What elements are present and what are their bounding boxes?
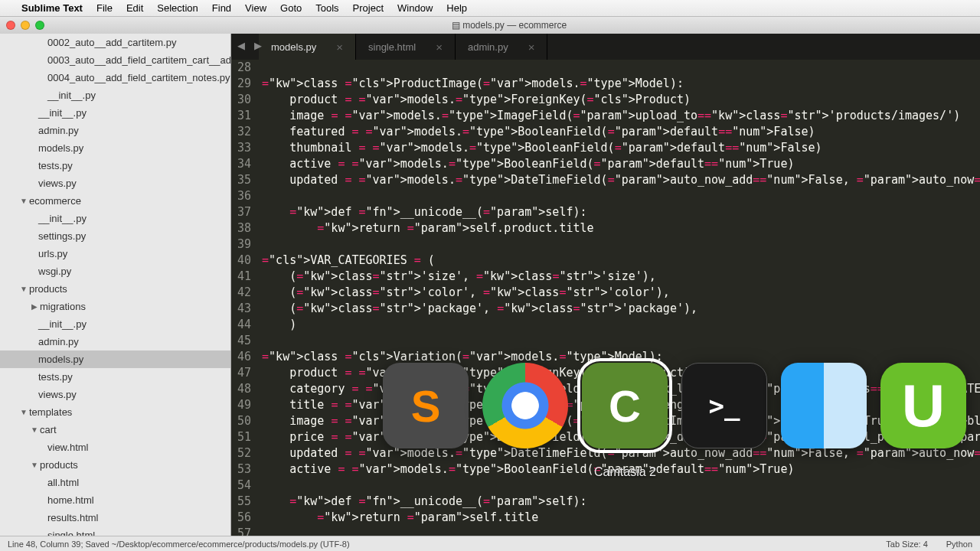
disclosure-arrow-icon[interactable]: ▼ [31, 422, 38, 437]
editor-tab[interactable]: admin.py× [456, 34, 548, 60]
file-tree-item[interactable]: tests.py [0, 157, 230, 174]
file-tree-label: 0002_auto__add_cartitem.py [47, 35, 176, 50]
switcher-app-udemy[interactable]: U [880, 363, 966, 448]
file-tree-item[interactable]: view.html [0, 439, 230, 456]
tab-nav-arrows[interactable]: ◀ ▶ [237, 40, 265, 51]
switcher-app-chrome[interactable] [482, 363, 568, 448]
menu-selection[interactable]: Selection [157, 2, 198, 14]
file-tree-item[interactable]: results.html [0, 509, 230, 527]
minimize-window-button[interactable] [21, 21, 30, 30]
file-tree-item[interactable]: models.py [0, 139, 230, 157]
file-tree-item[interactable]: ▼products [0, 280, 230, 298]
menu-tools[interactable]: Tools [315, 2, 338, 14]
file-tree-label: ecommerce [29, 194, 81, 208]
disclosure-arrow-icon[interactable]: ▶ [31, 299, 38, 314]
disclosure-arrow-icon[interactable]: ▼ [20, 194, 28, 208]
file-tree-label: views.py [38, 387, 77, 402]
code-lines[interactable]: ="kw">class ="cls">ProductImage(="var">m… [262, 60, 980, 536]
tab-label: models.py [271, 41, 316, 53]
close-tab-icon[interactable]: × [336, 41, 343, 54]
file-tree-label: __init__.py [38, 106, 87, 120]
window-title: ▤ models.py — ecommerce [44, 20, 974, 31]
menu-edit[interactable]: Edit [126, 2, 143, 14]
file-tree-item[interactable]: __init__.py [0, 210, 230, 227]
disclosure-arrow-icon[interactable]: ▼ [31, 458, 38, 472]
menu-help[interactable]: Help [446, 2, 467, 14]
file-tree-item[interactable]: ▼products [0, 456, 230, 474]
menu-project[interactable]: Project [353, 2, 384, 14]
file-tree-item[interactable]: __init__.py [0, 104, 230, 122]
file-tree-item[interactable]: admin.py [0, 122, 230, 139]
document-icon: ▤ [452, 20, 462, 31]
file-tree-label: models.py [38, 141, 83, 155]
file-tree-item[interactable]: single.html [0, 527, 230, 536]
file-tree-label: home.html [47, 493, 94, 507]
close-tab-icon[interactable]: × [528, 41, 535, 54]
file-tree-item[interactable]: all.html [0, 474, 230, 491]
menu-goto[interactable]: Goto [280, 2, 302, 14]
disclosure-arrow-icon[interactable]: ▼ [20, 282, 28, 296]
file-tree-label: tests.py [38, 158, 73, 173]
menu-view[interactable]: View [245, 2, 266, 14]
file-tree-item[interactable]: admin.py [0, 333, 230, 350]
file-tree-item[interactable]: models.py [0, 350, 230, 368]
file-tree-item[interactable]: urls.py [0, 245, 230, 262]
file-tree-label: models.py [38, 352, 83, 367]
file-tree-item[interactable]: __init__.py [0, 315, 230, 333]
file-tree-label: admin.py [38, 334, 79, 349]
file-tree-label: views.py [38, 176, 77, 191]
file-tree-label: __init__.py [38, 317, 87, 331]
file-tree-item[interactable]: ▼cart [0, 421, 230, 439]
status-language[interactable]: Python [946, 540, 972, 549]
editor-window: ▤ models.py — ecommerce 0002_auto__add_c… [0, 17, 980, 551]
status-message: Line 48, Column 39; Saved ~/Desktop/ecom… [8, 540, 867, 549]
close-tab-icon[interactable]: × [436, 41, 443, 54]
file-tree-label: products [40, 458, 78, 472]
file-tree-item[interactable]: ▼templates [0, 403, 230, 421]
disclosure-arrow-icon[interactable]: ▼ [20, 405, 28, 419]
file-tree-label: products [29, 282, 67, 296]
file-tree-label: admin.py [38, 123, 79, 138]
file-tree-item[interactable]: home.html [0, 491, 230, 509]
status-bar: Line 48, Column 39; Saved ~/Desktop/ecom… [0, 536, 980, 551]
zoom-window-button[interactable] [35, 21, 44, 30]
switcher-app-camtasia[interactable]: C [582, 363, 668, 448]
editor-tab[interactable]: models.py× [259, 34, 356, 60]
editor-tab[interactable]: single.html× [356, 34, 456, 60]
status-tab-size[interactable]: Tab Size: 4 [886, 540, 927, 549]
file-tree-item[interactable]: ▶migrations [0, 298, 230, 315]
switcher-app-terminal[interactable]: >_ [681, 363, 767, 448]
switcher-app-finder[interactable] [781, 363, 867, 448]
app-name[interactable]: Sublime Text [21, 2, 83, 14]
file-tree-label: cart [40, 422, 57, 437]
window-titlebar: ▤ models.py — ecommerce [0, 17, 980, 34]
file-tree-label: templates [29, 405, 72, 419]
file-tree-item[interactable]: tests.py [0, 368, 230, 386]
file-tree-label: migrations [40, 299, 86, 314]
tab-label: single.html [368, 41, 416, 53]
menu-window[interactable]: Window [397, 2, 433, 14]
file-tree-item[interactable]: wsgi.py [0, 262, 230, 280]
switcher-app-sublime[interactable]: S [383, 363, 469, 448]
close-window-button[interactable] [6, 21, 15, 30]
file-tree-sidebar[interactable]: 0002_auto__add_cartitem.py0003_auto__add… [0, 34, 231, 536]
file-tree-label: __init__.py [38, 211, 87, 226]
app-switcher[interactable]: S C >_ U [383, 363, 966, 448]
file-tree-label: single.html [47, 528, 95, 536]
file-tree-label: __init__.py [47, 88, 96, 103]
file-tree-label: tests.py [38, 370, 73, 384]
file-tree-item[interactable]: views.py [0, 386, 230, 403]
file-tree-item[interactable]: 0002_auto__add_cartitem.py [0, 34, 230, 51]
switcher-selected-label: Camtasia 2 [594, 465, 656, 479]
file-tree-item[interactable]: settings.py [0, 227, 230, 245]
code-editor[interactable]: 28 29 30 31 32 33 34 35 36 37 38 39 40 4… [231, 60, 980, 536]
file-tree-item[interactable]: 0004_auto__add_field_cartitem_notes.py [0, 69, 230, 86]
menu-find[interactable]: Find [212, 2, 231, 14]
file-tree-item[interactable]: ▼ecommerce [0, 192, 230, 210]
file-tree-item[interactable]: 0003_auto__add_field_cartitem_cart__add_… [0, 51, 230, 69]
file-tree-item[interactable]: views.py [0, 174, 230, 192]
file-tree-item[interactable]: __init__.py [0, 86, 230, 104]
tab-label: admin.py [468, 41, 508, 53]
file-tree-label: all.html [47, 475, 79, 490]
menu-file[interactable]: File [96, 2, 113, 14]
